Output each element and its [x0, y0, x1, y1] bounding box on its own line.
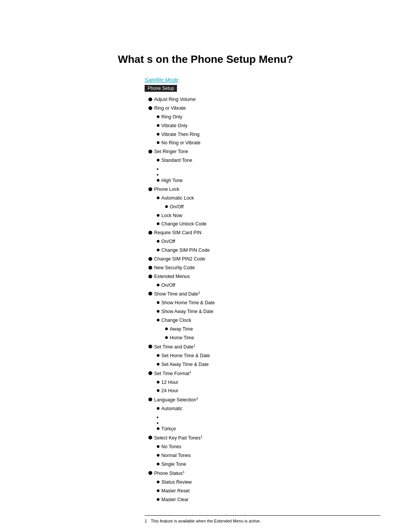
- bullet-icon: [157, 197, 159, 199]
- menu-item-label: Master Reset: [161, 487, 190, 495]
- menu-item-label: Normal Tones: [161, 452, 191, 460]
- bullet-icon: [157, 133, 159, 136]
- bullet-icon: [165, 205, 168, 208]
- menu-item: Vibrate Then Ring: [148, 131, 381, 139]
- bullet-icon: [157, 454, 159, 457]
- footnote-row: 1 This feature is available when the Ext…: [145, 519, 381, 523]
- menu-item-label: Home Time: [170, 334, 194, 342]
- menu-item: New Security Code: [148, 264, 381, 272]
- menu-item-label: Status Review: [161, 478, 192, 487]
- menu-item-label: Change SIM PIN2 Code: [154, 255, 205, 264]
- menu-item: On/Off: [148, 238, 381, 246]
- bullet-icon: [157, 214, 159, 217]
- bullet-icon: [157, 284, 159, 286]
- menu-item: Change SIM PIN2 Code: [148, 255, 381, 264]
- menu-item-label: Ring or Vibrate: [154, 104, 186, 113]
- page: What s on the Phone Setup Menu? Satellit…: [0, 0, 411, 532]
- menu-item: Show Home Time & Date: [148, 299, 381, 307]
- menu-item-label: Set Home Time & Date: [161, 352, 210, 360]
- menu-item-label: Adjust Ring Volume: [154, 96, 196, 104]
- menu-item: No Ring or Vibrate: [148, 139, 381, 147]
- menu-item-label: Extended Menus: [154, 273, 190, 281]
- bullet-icon: [157, 417, 158, 418]
- bullet-icon: [157, 179, 159, 182]
- bullet-icon: [148, 266, 152, 270]
- menu-item: Set Ringer Tone: [148, 148, 381, 156]
- menu-item: Adjust Ring Volume: [148, 96, 381, 104]
- menu-item-label: Change Unlock Code: [161, 220, 207, 228]
- menu-item: Lock Now: [148, 212, 381, 220]
- bullet-icon: [157, 159, 159, 161]
- bullet-icon: [157, 363, 159, 366]
- menu-item-label: Require SIM Card PIN: [154, 229, 201, 237]
- menu-item: [148, 171, 381, 176]
- menu-item-label: Show Time and Date1: [154, 290, 200, 299]
- menu-item-label: High Tone: [161, 177, 183, 185]
- menu-item: Extended Menus: [148, 273, 381, 281]
- menu-item-label: Select Key Pad Tones1: [154, 434, 202, 443]
- bullet-icon: [148, 471, 152, 475]
- footnote-number: 1: [145, 519, 147, 523]
- menu-item: Require SIM Card PIN: [148, 229, 381, 237]
- menu-item: [148, 419, 381, 425]
- bullet-icon: [157, 381, 159, 383]
- bullet-icon: [157, 463, 159, 465]
- bullet-icon: [148, 371, 152, 375]
- bullet-icon: [148, 436, 152, 439]
- menu-item-label: On/Off: [161, 238, 175, 246]
- menu-item-label: New Security Code: [154, 264, 195, 272]
- bullet-icon: [157, 427, 159, 430]
- menu-item: Select Key Pad Tones1: [148, 434, 381, 443]
- bullet-icon: [148, 345, 152, 348]
- bullet-icon: [157, 115, 159, 118]
- page-title: What s on the Phone Setup Menu?: [30, 53, 381, 66]
- bullet-icon: [157, 445, 159, 448]
- bullet-icon: [157, 310, 159, 313]
- menu-item: Show Time and Date1: [148, 290, 381, 299]
- menu-item: Master Reset: [148, 487, 381, 495]
- menu-item: Set Time and Date1: [148, 343, 381, 351]
- bullet-icon: [148, 257, 152, 261]
- satellite-mode-label: Satellite Mode: [145, 77, 381, 83]
- menu-item-label: Change Clock: [161, 316, 191, 325]
- bullet-icon: [157, 389, 159, 392]
- menu-item-label: Vibrate Only: [161, 122, 188, 130]
- menu-tree: Adjust Ring VolumeRing or VibrateRing On…: [145, 96, 381, 504]
- phone-setup-badge: Phone Setup: [145, 85, 177, 92]
- menu-item-label: Set Time Format1: [154, 369, 191, 378]
- menu-item-label: On/Off: [161, 281, 175, 290]
- menu-item-label: Ring Only: [161, 113, 182, 121]
- bullet-icon: [165, 336, 168, 339]
- bullet-icon: [157, 124, 159, 127]
- bullet-icon: [157, 240, 159, 243]
- menu-item: Set Home Time & Date: [148, 352, 381, 360]
- bullet-icon: [157, 407, 159, 410]
- menu-item: Automatic Lock: [148, 194, 381, 203]
- menu-item: Show Away Time & Date: [148, 308, 381, 316]
- menu-item: Language Selection1: [148, 396, 381, 404]
- menu-item: Ring or Vibrate: [148, 104, 381, 113]
- bullet-icon: [157, 249, 159, 251]
- bullet-icon: [157, 498, 159, 501]
- menu-item: [148, 165, 381, 171]
- menu-item: Change Clock: [148, 316, 381, 325]
- bullet-icon: [148, 292, 152, 296]
- menu-item-label: Language Selection1: [154, 396, 198, 404]
- bullet-icon: [148, 398, 152, 401]
- bullet-icon: [157, 422, 158, 424]
- menu-item: Automatic: [148, 405, 381, 413]
- menu-item-label: Master Clear: [161, 496, 189, 504]
- bullet-icon: [148, 187, 152, 191]
- menu-item: Set Away Time & Date: [148, 361, 381, 369]
- bullet-icon: [157, 168, 158, 170]
- footnote-section: 1 This feature is available when the Ext…: [145, 515, 381, 523]
- bullet-icon: [148, 275, 152, 278]
- menu-item: Normal Tones: [148, 452, 381, 460]
- menu-item-label: Lock Now: [161, 212, 182, 220]
- menu-item-label: Change SIM PIN Code: [161, 246, 210, 255]
- menu-item-label: Show Away Time & Date: [161, 308, 213, 316]
- bullet-icon: [148, 97, 152, 101]
- menu-item: On/Off: [148, 281, 381, 290]
- bullet-icon: [157, 319, 159, 321]
- menu-item-label: Vibrate Then Ring: [161, 131, 199, 139]
